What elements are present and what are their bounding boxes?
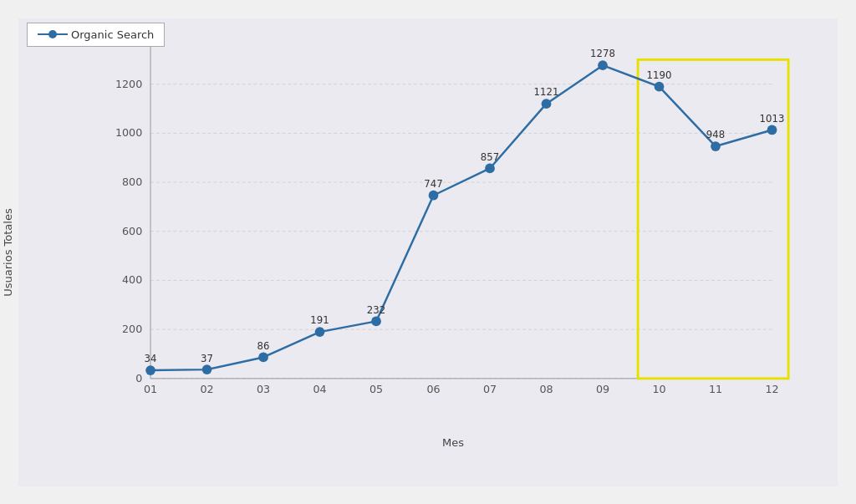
svg-point-36 xyxy=(371,316,381,326)
svg-point-32 xyxy=(145,365,155,375)
svg-point-41 xyxy=(655,81,665,91)
svg-point-33 xyxy=(202,364,212,374)
svg-text:02: 02 xyxy=(200,383,213,395)
svg-text:1190: 1190 xyxy=(647,69,672,80)
svg-text:11: 11 xyxy=(709,383,722,395)
svg-text:34: 34 xyxy=(145,353,157,364)
svg-text:07: 07 xyxy=(483,383,497,395)
svg-point-1 xyxy=(48,30,57,38)
svg-text:86: 86 xyxy=(257,339,270,351)
svg-text:200: 200 xyxy=(122,323,142,335)
svg-text:01: 01 xyxy=(144,383,157,395)
y-axis-label: Usuarios Totales xyxy=(2,208,14,296)
svg-text:232: 232 xyxy=(367,303,385,315)
svg-text:06: 06 xyxy=(426,383,440,395)
svg-text:948: 948 xyxy=(706,129,725,140)
svg-point-35 xyxy=(315,327,325,337)
legend-label: Organic Search xyxy=(71,28,154,41)
legend-item: Organic Search xyxy=(38,28,154,41)
svg-point-34 xyxy=(258,352,268,362)
svg-text:12: 12 xyxy=(765,383,778,395)
svg-text:09: 09 xyxy=(596,383,609,395)
svg-text:191: 191 xyxy=(310,314,329,326)
chart-svg: 0 200 400 600 800 1000 1200 01 02 03 04 xyxy=(85,35,821,411)
svg-rect-2 xyxy=(101,35,804,379)
svg-text:03: 03 xyxy=(257,383,270,395)
svg-text:747: 747 xyxy=(424,177,442,189)
svg-text:1200: 1200 xyxy=(115,77,142,89)
svg-point-38 xyxy=(485,163,495,173)
svg-point-40 xyxy=(598,60,608,70)
svg-text:1000: 1000 xyxy=(115,126,142,139)
svg-point-42 xyxy=(711,141,721,151)
svg-text:0: 0 xyxy=(135,371,142,384)
chart-legend: Organic Search xyxy=(27,23,165,47)
svg-text:857: 857 xyxy=(481,150,499,162)
svg-text:04: 04 xyxy=(313,383,326,395)
svg-text:800: 800 xyxy=(122,175,142,187)
svg-text:05: 05 xyxy=(369,383,383,395)
chart-area: 0 200 400 600 800 1000 1200 01 02 03 04 xyxy=(85,35,821,411)
svg-point-43 xyxy=(767,125,777,135)
chart-container: Organic Search Usuarios Totales 0 200 40… xyxy=(18,18,838,486)
svg-text:600: 600 xyxy=(122,224,142,237)
svg-text:08: 08 xyxy=(539,383,553,395)
svg-text:400: 400 xyxy=(122,273,142,286)
svg-text:1013: 1013 xyxy=(760,112,785,124)
svg-point-37 xyxy=(429,190,439,200)
svg-text:10: 10 xyxy=(652,383,665,395)
svg-point-39 xyxy=(542,99,552,109)
svg-text:1278: 1278 xyxy=(590,48,615,59)
x-axis-label: Mes xyxy=(442,436,464,449)
svg-text:1121: 1121 xyxy=(534,86,559,98)
svg-text:37: 37 xyxy=(201,353,213,364)
